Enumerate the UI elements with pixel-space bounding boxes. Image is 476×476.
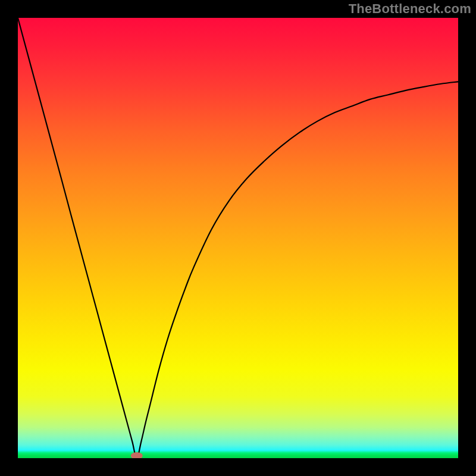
bottleneck-curve (18, 18, 458, 458)
chart-frame: TheBottleneck.com (0, 0, 476, 476)
optimal-point-marker (131, 452, 143, 458)
plot-area (18, 18, 458, 458)
watermark-text: TheBottleneck.com (349, 1, 471, 17)
